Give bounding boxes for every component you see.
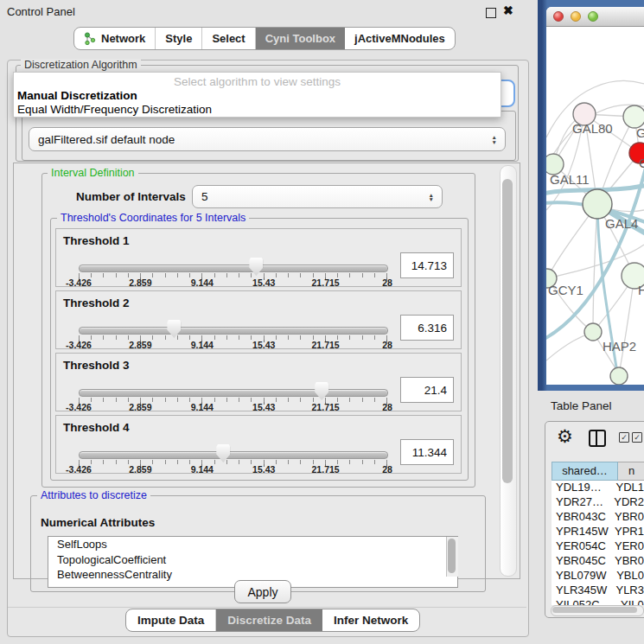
threshold-2-value-field[interactable]: 6.316 <box>400 315 454 341</box>
cell-shared-name[interactable]: YBR045C <box>552 554 612 569</box>
tab-infer-network[interactable]: Infer Network <box>322 609 419 631</box>
tick-label-row: -3.4262.8599.14415.4321.71528 <box>79 277 387 288</box>
tab-impute-data[interactable]: Impute Data <box>126 609 216 631</box>
tick-label: 15.43 <box>252 277 275 288</box>
node-label: C <box>639 156 644 170</box>
tick-label: 28 <box>382 402 392 412</box>
popup-item-manual-discretization[interactable]: Manual Discretization <box>17 89 137 102</box>
scrollbar-thumb[interactable] <box>502 179 513 483</box>
table-header-row: shared… n <box>552 462 644 481</box>
tick-label: -3.426 <box>66 402 92 412</box>
tab-cyni-toolbox[interactable]: Cyni Toolbox <box>256 28 345 49</box>
number-of-intervals-value: 5 <box>201 190 208 203</box>
mac-close-icon[interactable] <box>553 11 564 22</box>
gear-icon[interactable]: ⚙ <box>557 427 573 445</box>
cell-shared-name[interactable]: YDR27… <box>552 495 611 510</box>
tick-label: 21.715 <box>312 464 340 475</box>
cell-shared-name[interactable]: YDL19… <box>552 481 613 495</box>
threshold-3-slider-track[interactable] <box>79 389 388 397</box>
table-row[interactable]: YER054CYER0 <box>552 539 644 554</box>
threshold-2-label: Threshold 2 <box>63 296 130 309</box>
tab-network[interactable]: Network <box>74 28 156 49</box>
threshold-3-value-field[interactable]: 21.4 <box>400 377 454 403</box>
table-row[interactable]: YBR045CYBR0 <box>552 554 644 569</box>
threshold-3-row: Threshold 3 -3.4262.8599.14415.4321.7152… <box>55 353 462 411</box>
spinner-arrows-icon: ▲▼ <box>429 192 434 201</box>
tick-label-row: -3.4262.8599.14415.4321.71528 <box>79 464 387 475</box>
cell-shared-name[interactable]: YIL052C <box>552 598 618 605</box>
tab-style[interactable]: Style <box>156 28 202 49</box>
number-of-intervals-spinner[interactable]: 5 ▲▼ <box>192 185 443 208</box>
cell-name[interactable]: YBL0 <box>614 569 644 583</box>
threshold-1-label: Threshold 1 <box>63 234 130 247</box>
cell-name[interactable]: YLR3 <box>613 583 644 598</box>
tab-select[interactable]: Select <box>202 28 255 49</box>
cell-name[interactable]: YDR2 <box>611 495 644 510</box>
threshold-1-slider-track[interactable] <box>79 265 388 272</box>
cell-name[interactable]: YPR1 <box>612 525 644 539</box>
table-data-combo[interactable]: galFiltered.sif default node ▲▼ <box>29 127 506 151</box>
popup-item-equal-width-frequency[interactable]: Equal Width/Frequency Discretization <box>17 103 212 116</box>
table-row[interactable]: YLR345WYLR3 <box>552 583 644 598</box>
node-label: H <box>638 283 644 297</box>
tick-label: -3.426 <box>66 340 92 350</box>
checkbox-icon[interactable]: ✓ <box>632 432 642 443</box>
tick-label: -3.426 <box>66 464 92 475</box>
cell-shared-name[interactable]: YBL079W <box>552 569 614 583</box>
cell-name[interactable]: YER0 <box>612 539 644 554</box>
tick-label: 21.715 <box>312 340 340 350</box>
tab-jactivemnodules[interactable]: jActiveMNodules <box>345 28 455 49</box>
table-rows[interactable]: YDL19…YDL1YDR27…YDR2YBR043CYBR0YPR145WYP… <box>552 481 644 605</box>
column-layout-icon[interactable] <box>589 430 606 447</box>
tick-label: 9.144 <box>191 464 214 475</box>
tick-label: -3.426 <box>66 277 92 288</box>
divider <box>8 607 526 608</box>
tick-label: 15.43 <box>252 402 275 412</box>
interval-definition-title: Interval Definition <box>48 167 138 179</box>
mac-zoom-icon[interactable] <box>588 11 598 22</box>
screenshot-stage: Control Panel ✖ Network Style Select Cyn <box>0 0 644 644</box>
mac-minimize-icon[interactable] <box>571 11 581 22</box>
node-gal4 <box>583 189 612 219</box>
list-scrollbar-thumb[interactable] <box>448 539 456 573</box>
cell-shared-name[interactable]: YPR145W <box>552 525 612 539</box>
table-row[interactable]: YPR145WYPR1 <box>552 525 644 539</box>
node-label: GAL80 <box>572 121 613 136</box>
table-row[interactable]: YIL052CYIL0 <box>552 598 644 605</box>
cell-shared-name[interactable]: YBR043C <box>552 510 612 525</box>
network-canvas[interactable]: GAL80 G C GAL11 GAL4 GCY1 H HAP2 <box>546 27 644 385</box>
column-header-name[interactable]: n <box>618 462 644 481</box>
threshold-1-value-field[interactable]: 14.713 <box>400 252 454 278</box>
node-label: GCY1 <box>548 283 583 297</box>
tick-label: 2.859 <box>129 277 151 288</box>
tick-label: 21.715 <box>312 402 340 412</box>
cell-name[interactable]: YBR0 <box>612 510 644 525</box>
tab-discretize-data[interactable]: Discretize Data <box>216 609 322 631</box>
table-row[interactable]: YBL079WYBL0 <box>552 569 644 583</box>
threshold-4-value-field[interactable]: 11.344 <box>400 439 454 465</box>
node-label: G <box>636 125 644 140</box>
control-panel: Control Panel ✖ Network Style Select Cyn <box>0 0 536 644</box>
attribute-list-item[interactable]: SelfLoops <box>48 537 457 552</box>
cell-name[interactable]: YIL0 <box>618 598 644 605</box>
hscrollbar-thumb[interactable] <box>552 607 637 613</box>
column-header-shared-name[interactable]: shared… <box>552 462 618 481</box>
table-row[interactable]: YBR043CYBR0 <box>552 510 644 525</box>
apply-button[interactable]: Apply <box>234 580 291 603</box>
table-row[interactable]: YDR27…YDR2 <box>552 495 644 510</box>
checkbox-icon[interactable]: ✓ <box>619 432 629 443</box>
cell-shared-name[interactable]: YLR345W <box>552 583 613 598</box>
network-window-titlebar[interactable] <box>546 7 644 27</box>
cell-name[interactable]: YDL1 <box>613 481 644 495</box>
cell-shared-name[interactable]: YER054C <box>552 539 612 554</box>
tick-label-row: -3.4262.8599.14415.4321.71528 <box>79 402 387 412</box>
discretization-algorithm-title: Discretization Algorithm <box>21 59 141 71</box>
close-icon[interactable]: ✖ <box>503 3 513 17</box>
attribute-list-item[interactable]: TopologicalCoefficient <box>48 552 457 568</box>
cell-name[interactable]: YBR0 <box>612 554 644 569</box>
threshold-4-slider-track[interactable] <box>79 451 388 459</box>
table-row[interactable]: YDL19…YDL1 <box>552 481 644 495</box>
threshold-2-slider-track[interactable] <box>79 327 388 335</box>
float-window-icon[interactable] <box>486 8 496 18</box>
tick-label: 15.43 <box>252 340 275 350</box>
